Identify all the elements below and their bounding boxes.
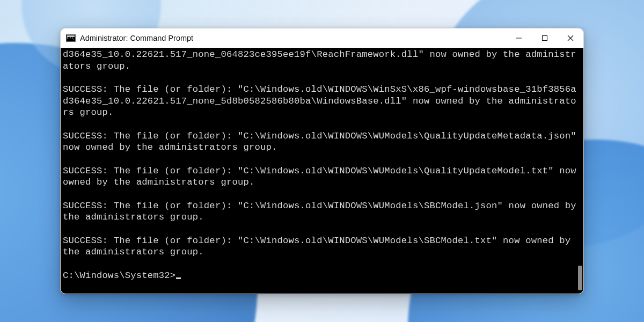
terminal-line <box>63 119 581 130</box>
scrollbar[interactable] <box>578 48 582 294</box>
terminal-line <box>63 258 581 270</box>
terminal-line <box>63 223 581 235</box>
minimize-icon <box>516 35 522 41</box>
cursor <box>176 277 181 279</box>
scrollbar-thumb[interactable] <box>578 266 582 290</box>
terminal-output[interactable]: d364e35_10.0.22621.517_none_064823ce395e… <box>61 48 583 294</box>
terminal-line: SUCCESS: The file (or folder): "C:\Windo… <box>63 200 581 223</box>
terminal-area[interactable]: d364e35_10.0.22621.517_none_064823ce395e… <box>61 48 583 294</box>
titlebar[interactable]: Administrator: Command Prompt <box>61 28 583 48</box>
terminal-line: SUCCESS: The file (or folder): "C:\Windo… <box>63 130 581 153</box>
close-button[interactable] <box>558 28 583 48</box>
command-prompt-window: Administrator: Command Prompt d364e35_10… <box>60 28 584 294</box>
window-title: Administrator: Command Prompt <box>80 34 193 42</box>
terminal-line <box>63 72 581 84</box>
terminal-line: SUCCESS: The file (or folder): "C:\Windo… <box>63 235 581 258</box>
cmd-icon <box>66 34 76 42</box>
close-icon <box>567 35 574 41</box>
minimize-button[interactable] <box>506 28 532 48</box>
svg-rect-1 <box>543 36 547 41</box>
terminal-line <box>63 153 581 165</box>
terminal-line: SUCCESS: The file (or folder): "C:\Windo… <box>63 84 581 119</box>
terminal-line <box>63 188 581 200</box>
terminal-line: d364e35_10.0.22621.517_none_064823ce395e… <box>63 49 581 72</box>
terminal-prompt[interactable]: C:\Windows\System32> <box>63 270 581 282</box>
maximize-icon <box>541 35 548 41</box>
terminal-line: SUCCESS: The file (or folder): "C:\Windo… <box>63 165 581 188</box>
maximize-button[interactable] <box>532 28 558 48</box>
